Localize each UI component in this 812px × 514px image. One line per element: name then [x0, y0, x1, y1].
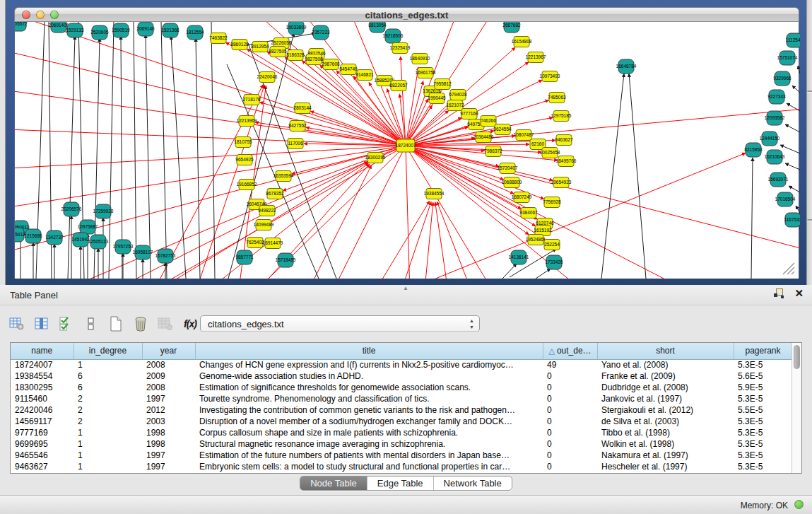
table-cell: Nakamura et al. (1997): [597, 450, 734, 461]
table-cell: 2: [73, 393, 142, 404]
table-scrollbar[interactable]: [792, 343, 801, 473]
table-cell: 9465546: [11, 450, 73, 461]
graph-node-label: 15720407: [498, 165, 518, 170]
table-row[interactable]: 1872400712008Changes of HCN gene express…: [11, 359, 792, 370]
column-header-in_degree[interactable]: in_degree: [73, 343, 142, 359]
table-selector-dropdown[interactable]: citations_edges.txt ▲▼: [200, 315, 480, 332]
graph-edge: [389, 201, 431, 279]
table-settings-icon[interactable]: [9, 316, 25, 332]
table-cell: 6: [73, 382, 142, 393]
table-cell: 2: [73, 404, 142, 416]
table-row[interactable]: 1830029562008Estimation of significance …: [11, 382, 792, 393]
graph-node-label: 9777169: [460, 111, 478, 116]
table-cell: 6: [73, 370, 142, 382]
graph-edge: [109, 22, 114, 279]
table-cell: 2012: [142, 404, 195, 416]
graph-node-label: 16154808: [512, 39, 532, 44]
column-visibility-icon[interactable]: [34, 316, 49, 332]
table-cell: Dudbridge et al. (2008): [597, 382, 734, 393]
table-scrollbar-thumb[interactable]: [794, 345, 800, 369]
table-cell: 2: [73, 416, 142, 427]
table-cell: 1: [73, 461, 142, 472]
graph-node-label: 18640910: [410, 56, 430, 61]
graph-edge: [502, 264, 517, 279]
graph-node-label: 10973493: [540, 74, 560, 78]
table-cell: de Silva et al. (2003): [597, 416, 734, 427]
table-cell: 2008: [142, 359, 195, 370]
graph-node-label: 16210643: [765, 154, 785, 159]
table-row[interactable]: 1938455462009Genome-wide association stu…: [11, 370, 792, 382]
table-cell: 1997: [142, 393, 195, 404]
column-header-name[interactable]: name: [11, 343, 73, 359]
graph-edge: [406, 146, 800, 255]
graph-edge: [789, 186, 800, 192]
select-columns-icon[interactable]: [59, 316, 74, 332]
table-cell: 0: [543, 393, 597, 404]
table-row[interactable]: 946362711997Embryonic stem cells: a mode…: [11, 461, 792, 472]
column-header-title[interactable]: title: [195, 343, 543, 359]
column-header-short[interactable]: short: [597, 343, 734, 359]
table-row[interactable]: 969969511998Structural magnetic resonanc…: [11, 438, 792, 450]
tab-network-table[interactable]: Network Table: [434, 477, 512, 490]
right-edge-strip: [806, 0, 812, 285]
resize-grip[interactable]: [780, 260, 796, 276]
graph-node-label: 19524861: [526, 237, 546, 242]
table-row[interactable]: 977716911998Corpus callosum shape and si…: [11, 427, 792, 438]
graph-node-label: 9827505: [269, 49, 287, 54]
graph-node-label: 6822057: [389, 83, 408, 88]
row-height-icon[interactable]: [83, 316, 99, 332]
table-row[interactable]: 911546021997Tourette syndrome. Phenomeno…: [11, 393, 792, 404]
status-bar: Memory: OK: [0, 495, 812, 514]
graph-edge: [406, 146, 553, 180]
graph-node-label: 20364486: [473, 134, 494, 139]
function-builder-icon[interactable]: f(x): [182, 316, 198, 332]
graph-node-label: 12213969: [237, 118, 257, 123]
graph-node-label: 1733426: [545, 259, 563, 264]
close-panel-icon[interactable]: ✕: [794, 288, 804, 298]
tab-node-table[interactable]: Node Table: [300, 477, 367, 490]
tab-edge-table[interactable]: Edge Table: [367, 477, 434, 490]
table-cell: 5.5E-5: [734, 404, 792, 416]
memory-status-indicator[interactable]: [794, 500, 804, 509]
graph-node-label: 62160: [531, 141, 544, 146]
delete-icon[interactable]: [133, 316, 148, 332]
table-cell: 18300295: [11, 382, 73, 393]
graph-edge: [601, 74, 624, 279]
table-cell: 2003: [142, 416, 195, 427]
table-cell: 0: [543, 416, 597, 427]
table-cell: 0: [543, 450, 597, 461]
graph-node-label: 12325419: [390, 45, 411, 50]
graph-node-label: 10975887: [78, 224, 98, 229]
new-file-icon[interactable]: [108, 316, 124, 332]
table-cell: Franke et al. (2009): [597, 370, 734, 382]
table-row[interactable]: 946554611997Estimation of the future num…: [11, 450, 792, 461]
column-header-pagerank[interactable]: pagerank: [734, 343, 792, 359]
table-cell: Investigating the contribution of common…: [195, 404, 543, 416]
network-canvas[interactable]: 8813054192185067357223160338092687682985…: [14, 22, 799, 279]
splitter-handle[interactable]: ▲: [403, 285, 408, 291]
graph-edge: [785, 124, 800, 132]
graph-node-label: 9329966: [773, 76, 792, 81]
column-header-year[interactable]: year: [142, 343, 195, 359]
table-cell: 9115460: [11, 393, 73, 404]
table-row[interactable]: 2242004622012Investigating the contribut…: [11, 404, 792, 416]
table-cell: Tourette syndrome. Phenomenology and cla…: [195, 393, 543, 404]
graph-node-label: 9654925: [235, 157, 254, 162]
graph-node-label: 6794028: [449, 92, 467, 97]
graph-node-label: 2718176: [242, 97, 261, 102]
graph-node-label: 7756928: [543, 199, 561, 204]
graph-node-label: 15751074: [777, 55, 798, 60]
table-cell: Corpus callosum shape and size in male p…: [195, 427, 543, 438]
graph-edge: [146, 35, 151, 279]
graph-node-label: 12505123: [88, 239, 109, 244]
graph-node-label: 3624554: [493, 127, 512, 132]
graph-node-label: 19166852: [237, 182, 257, 187]
graph-node-label: 14099489: [254, 222, 274, 227]
graph-node-label: 1529133: [66, 28, 84, 33]
table-row[interactable]: 1456911722003Disruption of a novel membe…: [11, 416, 792, 427]
float-panel-icon[interactable]: [774, 288, 784, 298]
network-window-titlebar[interactable]: citations_edges.txt: [14, 7, 799, 22]
column-header-out_de[interactable]: △out_de…: [543, 343, 597, 359]
table-cell: 1: [73, 359, 142, 370]
graph-edge: [161, 22, 167, 279]
